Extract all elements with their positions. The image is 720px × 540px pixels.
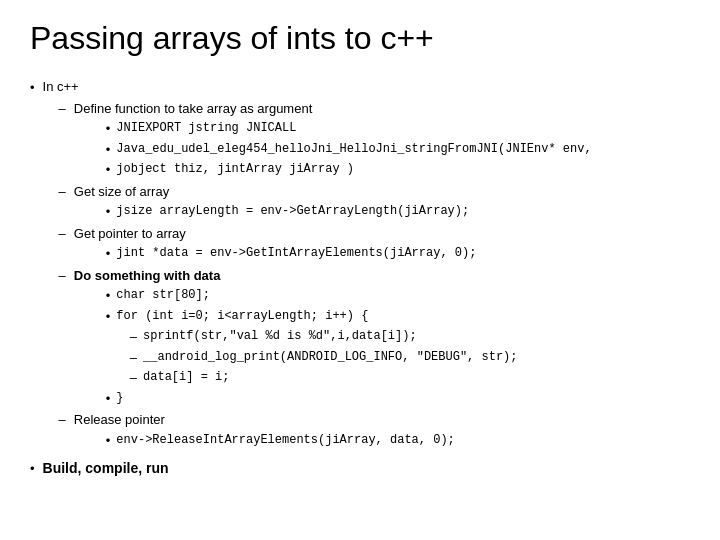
dash-content: Get size of array • jsize arrayLength = … <box>74 182 469 222</box>
sub-bullet: • } <box>106 389 518 409</box>
sub-bullet: • jsize arrayLength = env->GetArrayLengt… <box>106 202 469 222</box>
dash-content: Define function to take array as argumen… <box>74 99 592 180</box>
bullet-label: In c++ <box>43 79 79 94</box>
dash-item: – Release pointer • env->ReleaseIntArray… <box>59 410 690 450</box>
sub-bullet: • for (int i=0; i<arrayLength; i++) { <box>106 307 518 327</box>
bullet-dot: • <box>30 78 35 98</box>
dash-dot: – <box>59 99 66 119</box>
dash-content: Do something with data • char str[80]; •… <box>74 266 518 409</box>
sub-bullet: • jobject thiz, jintArray jiArray ) <box>106 160 592 180</box>
sub-bullet: • jint *data = env->GetIntArrayElements(… <box>106 244 477 264</box>
sub-bullet: • Java_edu_udel_eleg454_helloJni_HelloJn… <box>106 140 592 160</box>
sub-bullet: • JNIEXPORT jstring JNICALL <box>106 119 592 139</box>
dash-content: Get pointer to array • jint *data = env-… <box>74 224 477 264</box>
dash-item: – Get size of array • jsize arrayLength … <box>59 182 690 222</box>
bullet-content: Build, compile, run <box>43 458 690 479</box>
dash-item: – Define function to take array as argum… <box>59 99 690 180</box>
dash-item: – Do something with data • char str[80];… <box>59 266 690 409</box>
list-item: • Build, compile, run <box>30 458 690 479</box>
dash-dot: – <box>59 182 66 202</box>
sub-sub-bullet: – __android_log_print(ANDROID_LOG_INFO, … <box>130 348 518 368</box>
sub-sub-bullet: – sprintf(str,"val %d is %d",i,data[i]); <box>130 327 518 347</box>
dash-content: Release pointer • env->ReleaseIntArrayEl… <box>74 410 455 450</box>
dash-dot: – <box>59 224 66 244</box>
sub-bullet: • env->ReleaseIntArrayElements(jiArray, … <box>106 431 455 451</box>
bullet-dot: • <box>30 459 35 479</box>
sub-sub-bullet: – data[i] = i; <box>130 368 518 388</box>
main-content: • In c++ – Define function to take array… <box>30 77 690 479</box>
dash-dot: – <box>59 266 66 286</box>
list-item: • In c++ – Define function to take array… <box>30 77 690 452</box>
bullet-content: In c++ – Define function to take array a… <box>43 77 690 452</box>
bullet-label: Build, compile, run <box>43 460 169 476</box>
dash-item: – Get pointer to array • jint *data = en… <box>59 224 690 264</box>
dash-dot: – <box>59 410 66 430</box>
sub-bullet: • char str[80]; <box>106 286 518 306</box>
page-title: Passing arrays of ints to c++ <box>30 20 690 57</box>
